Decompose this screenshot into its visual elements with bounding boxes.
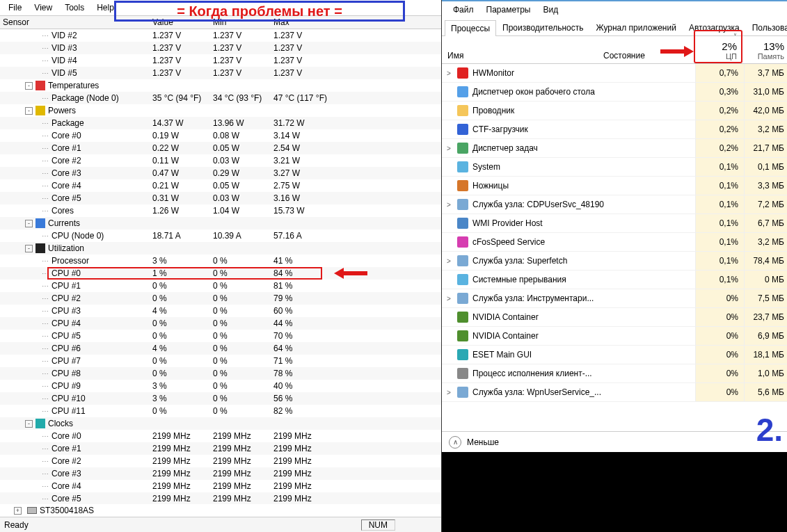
sensor-row[interactable]: ⋯CPU #70 %0 %71 % — [0, 355, 441, 367]
tree-line-icon: ⋯ — [38, 470, 51, 478]
process-row[interactable]: >Диспетчер задач0,2%21,7 МБ — [442, 139, 787, 158]
menu-file[interactable]: File — [3, 1, 27, 14]
sensor-row[interactable]: ⋯Core #02199 MHz2199 MHz2199 MHz — [0, 430, 441, 442]
sensor-row[interactable]: ⋯CPU #50 %0 %70 % — [0, 330, 441, 342]
sensor-row[interactable]: ⋯VID #51.237 V1.237 V1.237 V — [0, 67, 441, 79]
process-row[interactable]: Проводник0,2%42,0 МБ — [442, 102, 787, 120]
col-memory[interactable]: 13% Память — [744, 40, 787, 63]
task-manager-window: Файл Параметры Вид Процессы Производител… — [442, 0, 787, 532]
process-row[interactable]: >Служба узла: Инструментари...0%7,5 МБ — [442, 289, 787, 308]
process-row[interactable]: System0,1%0,1 МБ — [442, 158, 787, 177]
process-row[interactable]: >Служба узла: Superfetch0,1%78,4 МБ — [442, 252, 787, 271]
process-row[interactable]: Процесс исполнения клиент-...0%1,0 МБ — [442, 364, 787, 383]
mem-label: Память — [758, 52, 784, 61]
sensor-row[interactable]: ⋯Core #40.21 W0.05 W2.75 W — [0, 179, 441, 192]
tab-processes[interactable]: Процессы — [445, 20, 496, 36]
col-cpu[interactable]: ˅ 2% ЦП — [694, 30, 742, 63]
chevron-right-icon[interactable]: > — [445, 257, 453, 265]
sensor-row[interactable]: ⋯Core #22199 MHz2199 MHz2199 MHz — [0, 455, 441, 467]
process-row[interactable]: Диспетчер окон рабочего стола0,3%31,0 МБ — [442, 83, 787, 102]
expand-icon[interactable]: + — [14, 507, 22, 515]
sensor-row[interactable]: ⋯CPU #110 %0 %82 % — [0, 405, 441, 417]
tm-menu-options[interactable]: Параметры — [481, 3, 536, 16]
expand-icon[interactable]: - — [25, 220, 33, 227]
sensor-row[interactable]: ⋯CPU #20 %0 %79 % — [0, 292, 441, 305]
menu-view[interactable]: View — [29, 1, 58, 14]
app-icon — [457, 368, 468, 379]
sensor-group[interactable]: -Currents — [0, 217, 441, 229]
fewer-details[interactable]: ∧ Меньше — [442, 431, 787, 452]
sensor-row[interactable]: ⋯Core #12199 MHz2199 MHz2199 MHz — [0, 442, 441, 455]
process-row[interactable]: NVIDIA Container0%6,9 МБ — [442, 327, 787, 346]
sensor-row[interactable]: ⋯CPU #64 %0 %64 % — [0, 342, 441, 355]
process-row[interactable]: Системные прерывания0,1%0 МБ — [442, 271, 787, 289]
chevron-right-icon[interactable]: > — [445, 295, 453, 303]
sensor-row[interactable]: ⋯CPU #80 %0 %78 % — [0, 367, 441, 380]
tm-menu-view[interactable]: Вид — [537, 3, 564, 16]
sensor-row[interactable]: ⋯Package14.37 W13.96 W31.72 W — [0, 117, 441, 129]
sensor-row[interactable]: ⋯VID #31.237 V1.237 V1.237 V — [0, 42, 441, 54]
chevron-right-icon[interactable]: > — [445, 70, 453, 77]
tab-performance[interactable]: Производительность — [496, 19, 589, 35]
drive-node[interactable]: + ST3500418AS — [0, 504, 441, 517]
process-row[interactable]: cFosSpeed Service0,1%3,2 МБ — [442, 233, 787, 252]
sensor-label: VID #5 — [51, 68, 77, 78]
process-row[interactable]: >Служба узла: WpnUserService_...0%5,6 МБ — [442, 383, 787, 402]
sensor-row[interactable]: ⋯CPU #01 %0 %84 % — [0, 267, 441, 280]
tab-users[interactable]: Пользователи — [746, 19, 787, 35]
sensor-row[interactable]: ⋯Core #30.47 W0.29 W3.27 W — [0, 167, 441, 179]
sensor-row[interactable]: ⋯Core #10.22 W0.05 W2.54 W — [0, 142, 441, 154]
sensor-group[interactable]: -Powers — [0, 104, 441, 117]
sensor-group[interactable]: -Temperatures — [0, 79, 441, 92]
process-row[interactable]: ESET Main GUI0%18,1 МБ — [442, 346, 787, 364]
chevron-right-icon[interactable]: > — [445, 145, 453, 152]
sensor-row[interactable]: ⋯CPU #103 %0 %56 % — [0, 392, 441, 405]
expand-icon[interactable]: - — [25, 107, 33, 115]
sensor-group[interactable]: -Clocks — [0, 417, 441, 430]
process-row[interactable]: >Служба узла: CDPUserSvc_481900,1%7,2 МБ — [442, 195, 787, 214]
sensor-label: CPU #9 — [51, 381, 81, 391]
sensor-value: 2199 MHz — [152, 456, 213, 466]
chevron-right-icon[interactable]: > — [445, 389, 453, 396]
tm-menu-file[interactable]: Файл — [447, 3, 479, 16]
process-row[interactable]: >HWMonitor0,7%3,7 МБ — [442, 64, 787, 83]
sensor-value: 0 % — [213, 256, 273, 266]
sensor-row[interactable]: ⋯CPU (Node 0)18.71 A10.39 A57.16 A — [0, 229, 441, 242]
tab-app-history[interactable]: Журнал приложений — [590, 19, 683, 35]
menu-tools[interactable]: Tools — [59, 1, 90, 14]
expand-icon[interactable]: - — [25, 420, 33, 428]
sensor-row[interactable]: ⋯Processor3 %0 %41 % — [0, 255, 441, 267]
col-state[interactable]: Состояние — [603, 51, 659, 63]
sensor-row[interactable]: ⋯CPU #10 %0 %81 % — [0, 280, 441, 292]
sensor-row[interactable]: ⋯Core #42199 MHz2199 MHz2199 MHz — [0, 480, 441, 492]
sensor-row[interactable]: ⋯VID #21.237 V1.237 V1.237 V — [0, 29, 441, 42]
sensor-group[interactable]: -Utilization — [0, 242, 441, 255]
process-list[interactable]: >HWMonitor0,7%3,7 МБДиспетчер окон рабоч… — [442, 64, 787, 431]
sensor-row[interactable]: ⋯Core #00.19 W0.08 W3.14 W — [0, 129, 441, 142]
sensor-tree[interactable]: ⋯VID #21.237 V1.237 V1.237 V⋯VID #31.237… — [0, 29, 441, 504]
process-row[interactable]: Ножницы0,1%3,3 МБ — [442, 177, 787, 195]
sensor-label: CPU #7 — [51, 356, 81, 366]
sensor-row[interactable]: ⋯Cores1.26 W1.04 W15.73 W — [0, 204, 441, 217]
sensor-row[interactable]: ⋯Core #20.11 W0.03 W3.21 W — [0, 154, 441, 167]
process-memory: 5,6 МБ — [744, 383, 787, 401]
col-name[interactable]: Имя — [442, 51, 603, 63]
sensor-row[interactable]: ⋯Package (Node 0)35 °C (94 °F)34 °C (93 … — [0, 92, 441, 104]
chevron-right-icon[interactable]: > — [445, 201, 453, 209]
process-name: cFosSpeed Service — [472, 237, 545, 247]
sensor-value: 0 % — [213, 331, 273, 341]
sensor-row[interactable]: ⋯CPU #93 %0 %40 % — [0, 380, 441, 392]
process-row[interactable]: WMI Provider Host0,1%6,7 МБ — [442, 214, 787, 233]
process-row[interactable]: CTF-загрузчик0,2%3,2 МБ — [442, 120, 787, 139]
process-row[interactable]: NVIDIA Container0%23,7 МБ — [442, 308, 787, 327]
sensor-label: Package — [51, 118, 84, 128]
expand-icon[interactable]: - — [25, 245, 33, 252]
sensor-row[interactable]: ⋯CPU #40 %0 %44 % — [0, 317, 441, 330]
sensor-row[interactable]: ⋯Core #52199 MHz2199 MHz2199 MHz — [0, 492, 441, 504]
expand-icon[interactable]: - — [25, 82, 33, 90]
sensor-row[interactable]: ⋯Core #50.31 W0.03 W3.16 W — [0, 192, 441, 204]
sensor-row[interactable]: ⋯VID #41.237 V1.237 V1.237 V — [0, 54, 441, 67]
sensor-row[interactable]: ⋯Core #32199 MHz2199 MHz2199 MHz — [0, 467, 441, 480]
sensor-row[interactable]: ⋯CPU #34 %0 %60 % — [0, 305, 441, 317]
app-icon — [457, 180, 468, 191]
